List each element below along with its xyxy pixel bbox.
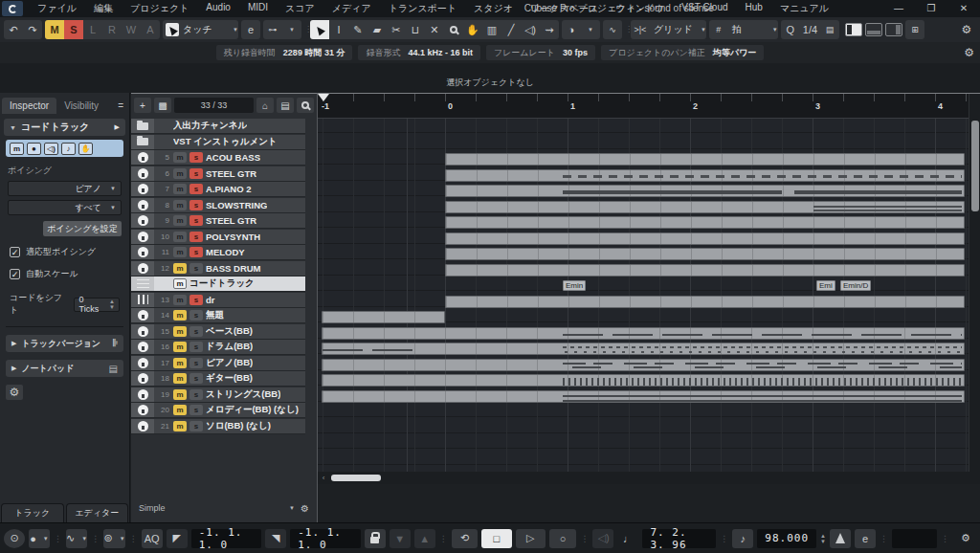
mute-button[interactable]: m <box>173 152 187 163</box>
horizontal-scrollbar-thumb[interactable] <box>331 475 381 481</box>
solo-button[interactable]: s <box>189 342 203 352</box>
mute-button[interactable]: m <box>173 263 187 274</box>
track-row[interactable]: 入出力チャンネル <box>131 119 305 134</box>
track-row[interactable]: 6msSTEEL GTR <box>131 166 305 182</box>
tool-button-6[interactable] <box>444 20 463 39</box>
state-button-M[interactable]: M <box>45 20 64 39</box>
menu-item-スタジオ[interactable]: スタジオ <box>465 0 522 17</box>
state-button-A[interactable]: A <box>141 20 160 39</box>
find-track-icon[interactable] <box>297 98 314 113</box>
track-row[interactable]: 19msストリングス(BB) <box>131 387 305 403</box>
close-button[interactable]: ✕ <box>947 0 980 17</box>
auto-scroll-button[interactable]: ⊶ <box>263 20 282 39</box>
mute-button[interactable]: m <box>173 326 187 337</box>
automation-panel-button[interactable]: e <box>241 20 260 39</box>
right-zone-toggle[interactable] <box>885 23 902 36</box>
mute-button[interactable]: m <box>173 232 187 242</box>
track-row[interactable]: 15msベース(BB) <box>131 324 305 340</box>
checkbox-icon[interactable]: ✓ <box>10 247 20 257</box>
section-トラックバージョン[interactable]: ▶トラックバージョン𝄆 <box>6 335 123 352</box>
tool-button-7[interactable]: ✋ <box>463 20 482 39</box>
tab-inspector[interactable]: Inspector <box>2 98 56 114</box>
auto-quantize-button[interactable]: AQ <box>142 529 163 548</box>
window-layout-button[interactable]: ⊞ <box>905 20 924 39</box>
redo-icon[interactable]: ↷ <box>23 20 42 39</box>
solo-button[interactable]: s <box>189 295 203 305</box>
configure-voicing-button[interactable]: ボイシングを設定 <box>43 221 122 236</box>
midi-clip[interactable] <box>322 374 965 387</box>
menu-item-MIDI[interactable]: MIDI <box>239 0 277 17</box>
maximize-button[interactable]: ❐ <box>915 0 947 17</box>
state-button-R[interactable]: R <box>102 20 122 39</box>
solo-button[interactable]: s <box>189 405 203 415</box>
midi-clip[interactable] <box>445 201 965 213</box>
goto-right-locator-button[interactable]: ◥ <box>265 529 286 548</box>
solo-button[interactable]: s <box>189 263 203 274</box>
solo-button[interactable]: s <box>189 184 203 194</box>
chevron-down-icon[interactable]: ▼ <box>289 505 295 511</box>
horizontal-scrollbar[interactable]: ‹ <box>318 472 980 484</box>
tempo-track-icon[interactable]: ♪ <box>732 529 753 548</box>
tool-button-9[interactable]: ╱ <box>501 20 521 39</box>
chord-toggle-0-icon[interactable]: m <box>10 143 24 155</box>
punch-in-icon[interactable]: ▼ <box>390 529 411 548</box>
mute-button[interactable]: m <box>173 200 187 210</box>
right-locator-display[interactable]: -1. 1. 1. 0 <box>290 529 361 548</box>
solo-button[interactable]: s <box>189 215 203 226</box>
add-track-button[interactable]: + <box>134 98 151 113</box>
track-row[interactable]: 13msdr <box>131 293 305 308</box>
tool-button-5[interactable]: ✕ <box>425 20 444 39</box>
track-row[interactable]: 9msSTEEL GTR <box>131 213 305 229</box>
track-row[interactable]: 10msPOLYSYNTH <box>131 230 305 245</box>
stepper-arrows-icon[interactable]: ▲▼ <box>109 299 115 310</box>
mute-button[interactable]: m <box>173 373 187 384</box>
vertical-scrollbar[interactable] <box>969 94 980 479</box>
grid-type-select[interactable]: # 拍 ▼ <box>709 20 778 39</box>
menu-item-Hub[interactable]: Hub <box>737 0 771 17</box>
constrain-delay-icon[interactable]: ⊙ <box>4 529 25 548</box>
tool-button-4[interactable]: ⊔ <box>406 20 425 39</box>
mute-button[interactable]: m <box>173 247 187 257</box>
track-row[interactable]: 8msSLOWSTRING <box>131 198 305 213</box>
solo-button[interactable]: s <box>189 168 203 179</box>
menu-item-プロジェクト[interactable]: プロジェクト <box>122 0 197 17</box>
left-zone-toggle[interactable] <box>845 23 862 36</box>
track-row[interactable]: 17msピアノ(BB) <box>131 356 305 371</box>
marker-display[interactable] <box>892 529 937 548</box>
chord-event[interactable]: Emin <box>563 280 586 291</box>
scroll-left-icon[interactable]: ‹ <box>318 474 329 482</box>
tempo-display[interactable]: 98.000 <box>757 529 816 548</box>
auto-scroll-options-icon[interactable]: ▼ <box>282 20 301 39</box>
menu-item-Audio[interactable]: Audio <box>197 0 239 17</box>
lock-punch-icon[interactable] <box>365 529 386 548</box>
tool-button-1[interactable]: ✎ <box>348 20 368 39</box>
chord-event[interactable]: Emin/D <box>840 280 871 291</box>
snap-type-select[interactable]: >|< グリッド ▼ <box>631 20 706 39</box>
quantize-panel-icon[interactable]: ▤ <box>820 20 839 39</box>
metronome-icon[interactable] <box>830 529 851 548</box>
menu-item-ファイル[interactable]: ファイル <box>29 0 85 17</box>
midi-clip[interactable] <box>445 169 965 182</box>
tab-visibility[interactable]: Visibility <box>56 98 106 114</box>
solo-button[interactable]: s <box>189 389 203 400</box>
left-locator-display[interactable]: -1. 1. 1. 0 <box>191 529 262 548</box>
menu-item-編集[interactable]: 編集 <box>85 0 122 17</box>
midi-clip[interactable] <box>322 327 965 340</box>
toolbar-gear-icon[interactable]: ⚙ <box>957 20 976 39</box>
midi-clip[interactable] <box>445 248 965 260</box>
metronome-setup-button[interactable]: e <box>855 529 876 548</box>
section-ノートパッド[interactable]: ▶ノートパッド▤ <box>6 360 123 377</box>
color-menu-icon[interactable]: ▼ <box>581 20 600 39</box>
midi-clip[interactable] <box>322 343 965 355</box>
tool-button-2[interactable]: ▰ <box>368 20 387 39</box>
mute-button[interactable]: m <box>173 421 187 431</box>
tool-button-0[interactable]: I <box>329 20 348 39</box>
midi-record-mode-select[interactable]: ⊚▼ <box>103 529 124 548</box>
track-row[interactable]: 16msドラム(BB) <box>131 340 305 355</box>
solo-button[interactable]: s <box>189 310 203 321</box>
midi-clip[interactable] <box>445 232 965 245</box>
solo-button[interactable]: s <box>189 152 203 163</box>
midi-clip[interactable] <box>445 153 965 166</box>
midi-clip[interactable] <box>445 216 965 229</box>
tool-button-3[interactable]: ✂ <box>387 20 406 39</box>
